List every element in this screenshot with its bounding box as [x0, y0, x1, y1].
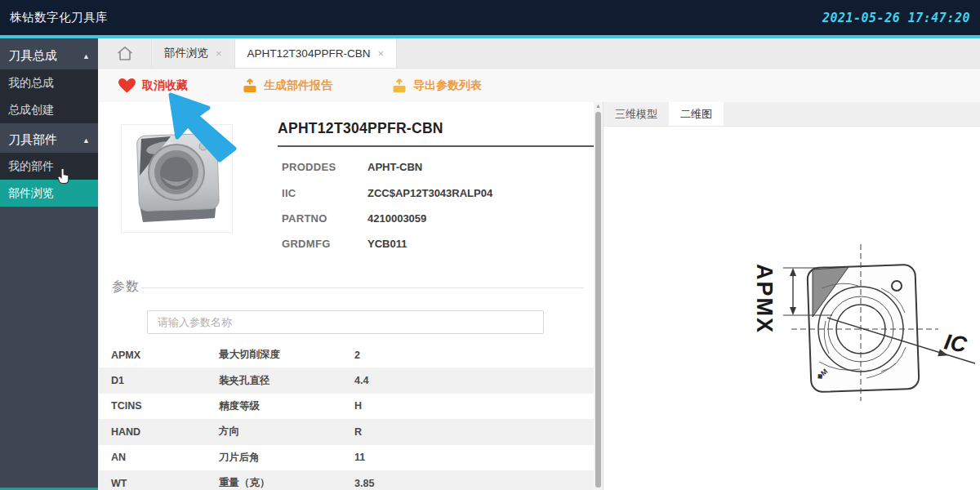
sidebar-item-my-components[interactable]: 我的部件 — [0, 153, 98, 180]
blue-arrow-icon — [166, 90, 243, 165]
scrollbar-up-icon[interactable]: ▲ — [594, 103, 603, 109]
tab-3d-model[interactable]: 三维模型 — [604, 102, 669, 126]
viewer-tab-label: 三维模型 — [615, 107, 657, 122]
field-value: 4210003059 — [368, 212, 426, 225]
param-name: 装夹孔直径 — [219, 374, 354, 388]
param-row[interactable]: AN 刀片后角 11 — [99, 445, 594, 470]
field-value: APHT-CBN — [368, 161, 422, 173]
app-title: 株钻数字化刀具库 — [10, 10, 108, 25]
sidebar-item-label: 我的总成 — [8, 76, 54, 91]
params-export-icon — [391, 78, 408, 93]
export-params-button[interactable]: 导出参数列表 — [391, 78, 482, 93]
collapse-caret-icon[interactable]: ▲ — [82, 52, 90, 60]
param-name: 方向 — [219, 425, 354, 439]
panel-scrollbar[interactable]: ▲ — [594, 102, 603, 490]
tab-2d-drawing[interactable]: 二维图 — [669, 102, 724, 126]
home-tab[interactable] — [98, 38, 152, 68]
param-value: 11 — [354, 452, 365, 463]
field-label: IIC — [282, 187, 296, 199]
close-icon[interactable]: × — [216, 47, 222, 60]
clock: 2021-05-26 17:47:20 — [822, 11, 970, 25]
sidebar-item-component-browse[interactable]: 部件浏览 — [0, 180, 98, 207]
param-value: H — [354, 400, 362, 412]
app-window: 株钻数字化刀具库 2021-05-26 17:47:20 刀具总成 ▲ 我的总成… — [0, 0, 980, 490]
sidebar-item-label: 总成创建 — [8, 103, 54, 118]
param-name: 精度等级 — [219, 399, 354, 413]
param-row[interactable]: WT 重量（克） 3.85 — [99, 470, 594, 490]
close-icon[interactable]: × — [377, 47, 384, 60]
viewer-tab-bar: 三维模型 二维图 — [604, 102, 980, 127]
viewer-panel: 三维模型 二维图 — [603, 102, 980, 490]
tab-component-browse[interactable]: 部件浏览 × — [152, 38, 235, 68]
top-bar: 株钻数字化刀具库 2021-05-26 17:47:20 — [0, 0, 980, 35]
collapse-caret-icon[interactable]: ▲ — [82, 136, 90, 145]
param-code: HAND — [99, 426, 219, 438]
param-code: WT — [99, 478, 219, 489]
field-label: PRODDES — [282, 161, 336, 173]
sidebar-group-tool-components[interactable]: 刀具部件 ▲ — [0, 127, 98, 154]
highlight-arrow-cursor — [166, 90, 243, 168]
insert-2d-drawing: APMX IC ◆M — [744, 239, 980, 407]
param-row[interactable]: TCINS 精度等级 H — [99, 394, 594, 419]
ic-dim-label: IC — [942, 329, 969, 357]
tab-part-detail[interactable]: APHT12T304PPFR-CBN × — [235, 38, 397, 68]
param-row[interactable]: APMX 最大切削深度 2 — [99, 342, 594, 368]
report-export-icon — [242, 78, 258, 93]
field-label: PARTNO — [282, 212, 327, 225]
param-code: APMX — [99, 350, 219, 361]
sidebar-item-my-assemblies[interactable]: 我的总成 — [0, 69, 98, 96]
param-code: TCINS — [99, 400, 219, 412]
params-section-title: 参数 — [112, 278, 140, 296]
part-title: APHT12T304PPFR-CBN — [278, 120, 443, 137]
param-value: R — [354, 426, 362, 438]
field-label: GRDMFG — [282, 238, 331, 250]
tab-label: 部件浏览 — [164, 46, 208, 60]
param-code: D1 — [99, 375, 219, 386]
param-name: 刀片后角 — [219, 451, 354, 465]
sidebar-group-label: 刀具总成 — [8, 48, 57, 64]
apmx-dim-label: APMX — [752, 264, 777, 334]
param-code: AN — [99, 452, 219, 463]
param-value: 3.85 — [354, 478, 374, 489]
hand-pointer-icon — [57, 167, 70, 185]
sidebar-item-label: 部件浏览 — [8, 186, 54, 201]
sidebar-group-label: 刀具部件 — [8, 132, 57, 148]
generate-report-button[interactable]: 生成部件报告 — [242, 78, 332, 93]
home-icon — [116, 45, 134, 62]
param-value: 4.4 — [354, 375, 368, 386]
scrollbar-thumb[interactable] — [595, 112, 601, 488]
viewer-tab-label: 二维图 — [680, 107, 712, 122]
tab-bar: 部件浏览 × APHT12T304PPFR-CBN × — [98, 38, 980, 69]
sidebar-item-label: 我的部件 — [8, 159, 54, 174]
field-value: ZCC$AP12T3043RALP04 — [368, 187, 492, 199]
param-search — [147, 310, 544, 334]
param-row[interactable]: HAND 方向 R — [99, 419, 594, 444]
param-search-input[interactable] — [147, 310, 544, 334]
technical-drawing: APMX IC ◆M — [744, 239, 980, 410]
param-value: 2 — [354, 350, 360, 361]
param-name: 最大切削深度 — [219, 348, 354, 362]
tab-label: APHT12T304PPFR-CBN — [247, 47, 371, 60]
heart-icon — [118, 78, 136, 94]
mouse-hand-cursor — [57, 167, 70, 188]
params-section-line — [141, 287, 584, 288]
sidebar-item-assembly-create[interactable]: 总成创建 — [0, 96, 98, 123]
param-name: 重量（克） — [219, 476, 354, 490]
params-table: APMX 最大切削深度 2 D1 装夹孔直径 4.4 TCINS 精度等级 H … — [99, 342, 594, 490]
generate-report-label: 生成部件报告 — [264, 78, 332, 93]
export-params-label: 导出参数列表 — [413, 78, 482, 93]
sidebar-group-tool-assembly[interactable]: 刀具总成 ▲ — [0, 42, 98, 69]
field-value: YCB011 — [368, 238, 407, 250]
sidebar: 刀具总成 ▲ 我的总成 总成创建 刀具部件 ▲ 我的部件 部件浏览 — [0, 38, 98, 490]
param-row[interactable]: D1 装夹孔直径 4.4 — [99, 368, 594, 393]
